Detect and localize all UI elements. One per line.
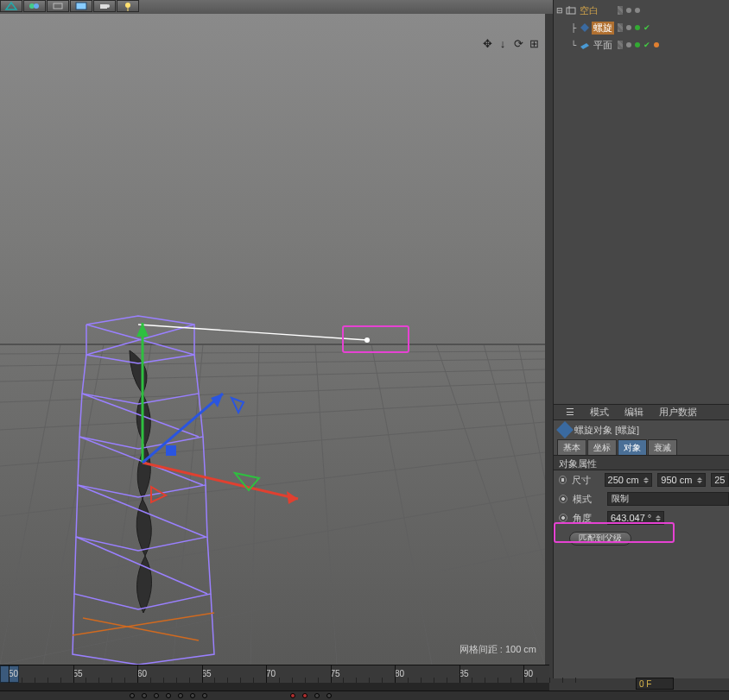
svg-line-24: [315, 344, 337, 665]
attribute-tabs: 基本 坐标 对象 衰减: [554, 439, 729, 455]
tool-btn-1[interactable]: [0, 0, 22, 12]
mode-select[interactable]: 限制: [607, 492, 729, 506]
attr-menu-edit[interactable]: 编辑: [624, 406, 643, 419]
prop-label-mode: 模式: [573, 493, 602, 506]
svg-line-40: [143, 463, 298, 499]
attribute-header: 螺旋对象 [螺旋]: [554, 420, 729, 439]
svg-point-39: [364, 337, 370, 343]
transport-button[interactable]: [130, 693, 135, 698]
transport-button[interactable]: [190, 693, 195, 698]
record-button[interactable]: [290, 693, 295, 698]
svg-line-26: [436, 344, 545, 665]
timeline-ruler[interactable]: 505560657075808590: [0, 665, 549, 683]
attribute-menubar: ☰ 模式 编辑 用户数据: [554, 405, 729, 420]
svg-marker-45: [211, 394, 223, 407]
size-y-input[interactable]: 950 cm: [657, 473, 706, 487]
tab-falloff[interactable]: 衰减: [648, 439, 677, 455]
attr-menu-mode[interactable]: 模式: [590, 406, 609, 419]
enable-check-icon[interactable]: ✔: [643, 23, 650, 32]
svg-line-11: [0, 359, 545, 366]
tool-btn-4[interactable]: [70, 0, 92, 12]
visibility-dot[interactable]: [626, 25, 631, 30]
orbit-icon[interactable]: ⟳: [512, 38, 524, 50]
attr-menu-userdata[interactable]: 用户数据: [659, 406, 697, 419]
prop-row-size: 尺寸 250 cm 950 cm 25: [554, 470, 729, 489]
svg-line-44: [143, 394, 223, 463]
svg-rect-46: [166, 445, 176, 456]
null-icon: [566, 5, 576, 16]
tag-dot[interactable]: [654, 42, 659, 47]
visibility-dot[interactable]: [626, 8, 631, 13]
anim-dot-icon[interactable]: [559, 476, 567, 484]
enable-check-icon[interactable]: ✔: [643, 41, 650, 49]
size-z-input[interactable]: 25: [711, 473, 729, 487]
transport-button[interactable]: [142, 693, 147, 698]
svg-point-7: [125, 3, 130, 8]
svg-line-28: [518, 344, 545, 480]
object-manager: ⊟ 空白 ├ 螺旋 └ 平面 ✔: [553, 0, 729, 404]
svg-line-10: [0, 351, 545, 354]
autokey-button[interactable]: [302, 693, 307, 698]
object-name[interactable]: 空白: [578, 4, 600, 17]
transport-button[interactable]: [154, 693, 159, 698]
svg-line-17: [0, 494, 545, 587]
transport-bar: [0, 691, 729, 700]
svg-line-38: [138, 325, 367, 340]
tree-line-icon: ├: [569, 23, 578, 32]
tool-btn-5[interactable]: [93, 0, 116, 12]
tab-basic[interactable]: 基本: [557, 439, 586, 455]
pan-icon[interactable]: ✥: [481, 38, 493, 50]
transport-button[interactable]: [314, 693, 320, 698]
tab-object[interactable]: 对象: [618, 439, 647, 455]
viewport-scene: [0, 14, 545, 665]
prop-label-size: 尺寸: [572, 474, 599, 487]
layout-icon[interactable]: ⊞: [528, 38, 540, 50]
grid-spacing-label: 网格间距 : 100 cm: [460, 643, 536, 656]
main-toolbar: [0, 0, 553, 14]
deformer-icon: [556, 421, 574, 438]
svg-line-19: [0, 344, 60, 665]
layer-stripe[interactable]: [618, 6, 623, 15]
svg-rect-3: [76, 3, 86, 9]
viewport[interactable]: ✥ ↓ ⟳ ⊞ 网格间距 : 100 cm: [0, 14, 545, 665]
svg-line-12: [0, 369, 545, 382]
transport-button[interactable]: [202, 693, 207, 698]
visibility-dot[interactable]: [626, 42, 631, 47]
svg-marker-49: [580, 23, 589, 32]
angle-input[interactable]: 643.047 °: [607, 511, 664, 525]
attribute-manager: ☰ 模式 编辑 用户数据 螺旋对象 [螺旋] 基本 坐标 对象 衰减 对象属性 …: [553, 404, 729, 678]
attr-menu-icon[interactable]: ☰: [566, 407, 574, 418]
tab-coord[interactable]: 坐标: [587, 439, 617, 455]
transport-button[interactable]: [166, 693, 171, 698]
fit-to-parent-button[interactable]: 匹配到父级: [569, 532, 631, 545]
svg-rect-47: [567, 8, 575, 14]
layer-stripe[interactable]: [618, 23, 623, 32]
svg-line-27: [484, 344, 545, 566]
render-dot[interactable]: [635, 25, 640, 30]
anim-dot-icon[interactable]: [559, 495, 567, 503]
layer-stripe[interactable]: [618, 41, 623, 49]
svg-marker-50: [580, 43, 589, 49]
svg-line-37: [83, 618, 199, 640]
current-frame-field[interactable]: 0 F: [636, 678, 674, 690]
anim-dot-icon[interactable]: [559, 514, 567, 522]
viewport-controls: ✥ ↓ ⟳ ⊞: [481, 38, 540, 50]
attribute-title: 螺旋对象 [螺旋]: [574, 424, 639, 437]
svg-point-6: [106, 4, 110, 8]
render-dot[interactable]: [635, 42, 640, 47]
svg-line-23: [250, 344, 259, 665]
object-row-null[interactable]: ⊟ 空白: [555, 2, 729, 19]
prop-row-angle: 角度 643.047 °: [554, 508, 729, 527]
expand-icon[interactable]: ⊟: [555, 6, 564, 15]
tool-btn-6[interactable]: [117, 0, 139, 12]
tool-btn-2[interactable]: [23, 0, 46, 12]
object-name[interactable]: 平面: [592, 39, 614, 52]
dolly-icon[interactable]: ↓: [497, 38, 509, 50]
object-name[interactable]: 螺旋: [592, 22, 614, 35]
size-x-input[interactable]: 250 cm: [605, 473, 653, 487]
render-dot[interactable]: [635, 8, 640, 13]
transport-button[interactable]: [178, 693, 183, 698]
tool-btn-3[interactable]: [47, 0, 69, 12]
svg-rect-2: [54, 3, 62, 9]
transport-button[interactable]: [326, 693, 332, 698]
